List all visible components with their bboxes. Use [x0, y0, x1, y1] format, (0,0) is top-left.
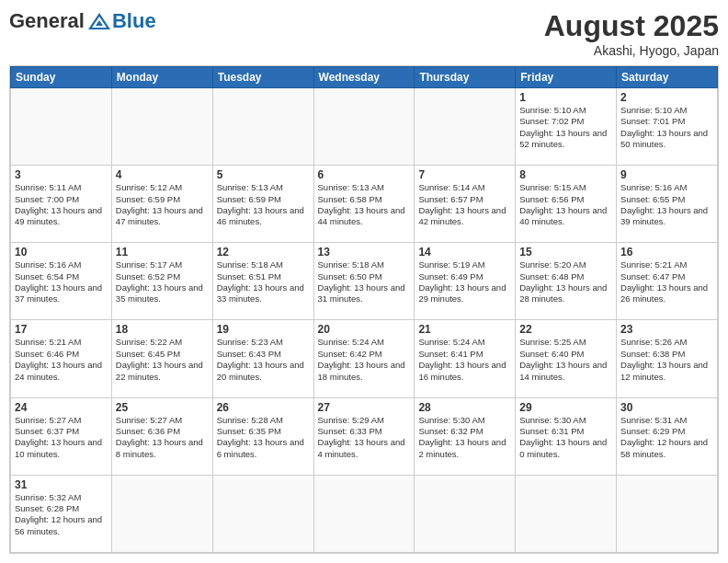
day-info: Sunrise: 5:26 AM Sunset: 6:38 PM Dayligh…: [620, 337, 713, 382]
day-number: 12: [217, 246, 310, 259]
logo-icon: [86, 11, 112, 31]
day-info: Sunrise: 5:13 AM Sunset: 6:58 PM Dayligh…: [318, 182, 411, 227]
day-number: 24: [15, 401, 108, 414]
calendar-cell: 17Sunrise: 5:21 AM Sunset: 6:46 PM Dayli…: [11, 320, 112, 397]
day-info: Sunrise: 5:29 AM Sunset: 6:33 PM Dayligh…: [318, 415, 411, 460]
calendar-cell: [11, 88, 112, 166]
calendar-cell: [415, 475, 516, 552]
day-number: 4: [116, 168, 209, 181]
calendar-cell: 29Sunrise: 5:30 AM Sunset: 6:31 PM Dayli…: [516, 397, 617, 475]
calendar-cell: 10Sunrise: 5:16 AM Sunset: 6:54 PM Dayli…: [11, 243, 112, 320]
day-info: Sunrise: 5:18 AM Sunset: 6:51 PM Dayligh…: [217, 259, 310, 304]
day-info: Sunrise: 5:18 AM Sunset: 6:50 PM Dayligh…: [318, 259, 411, 304]
title-block: August 2025 Akashi, Hyogo, Japan: [544, 9, 719, 58]
day-info: Sunrise: 5:21 AM Sunset: 6:47 PM Dayligh…: [620, 259, 713, 304]
calendar-cell: 20Sunrise: 5:24 AM Sunset: 6:42 PM Dayli…: [313, 320, 415, 397]
day-number: 17: [15, 323, 108, 336]
col-wednesday: Wednesday: [313, 67, 415, 88]
weekday-header-row: Sunday Monday Tuesday Wednesday Thursday…: [11, 67, 718, 88]
day-number: 19: [217, 323, 310, 336]
day-info: Sunrise: 5:10 AM Sunset: 7:02 PM Dayligh…: [519, 105, 612, 150]
day-info: Sunrise: 5:16 AM Sunset: 6:54 PM Dayligh…: [15, 259, 108, 304]
day-info: Sunrise: 5:11 AM Sunset: 7:00 PM Dayligh…: [15, 182, 108, 227]
day-info: Sunrise: 5:14 AM Sunset: 6:57 PM Dayligh…: [418, 182, 511, 227]
day-info: Sunrise: 5:20 AM Sunset: 6:48 PM Dayligh…: [519, 259, 612, 304]
day-number: 22: [519, 323, 612, 336]
calendar-cell: [415, 88, 516, 166]
calendar-cell: 21Sunrise: 5:24 AM Sunset: 6:41 PM Dayli…: [415, 320, 516, 397]
calendar-cell: 13Sunrise: 5:18 AM Sunset: 6:50 PM Dayli…: [313, 243, 415, 320]
logo: General Blue: [9, 9, 156, 33]
day-info: Sunrise: 5:21 AM Sunset: 6:46 PM Dayligh…: [15, 337, 108, 382]
logo-blue: Blue: [112, 9, 156, 33]
calendar-cell: 2Sunrise: 5:10 AM Sunset: 7:01 PM Daylig…: [617, 88, 718, 166]
day-info: Sunrise: 5:17 AM Sunset: 6:52 PM Dayligh…: [116, 259, 209, 304]
day-number: 20: [318, 323, 411, 336]
calendar-cell: [313, 88, 415, 166]
header: General Blue August 2025 Akashi, Hyogo, …: [9, 9, 719, 58]
day-info: Sunrise: 5:27 AM Sunset: 6:36 PM Dayligh…: [116, 415, 209, 460]
day-number: 9: [620, 168, 713, 181]
calendar-body: 1Sunrise: 5:10 AM Sunset: 7:02 PM Daylig…: [11, 88, 718, 553]
day-info: Sunrise: 5:22 AM Sunset: 6:45 PM Dayligh…: [116, 337, 209, 382]
calendar-cell: 8Sunrise: 5:15 AM Sunset: 6:56 PM Daylig…: [516, 166, 617, 243]
col-saturday: Saturday: [617, 67, 718, 88]
day-number: 3: [15, 168, 108, 181]
page: General Blue August 2025 Akashi, Hyogo, …: [0, 0, 728, 563]
calendar-cell: 28Sunrise: 5:30 AM Sunset: 6:32 PM Dayli…: [415, 397, 516, 475]
day-number: 25: [116, 401, 209, 414]
day-number: 26: [217, 401, 310, 414]
calendar-cell: 11Sunrise: 5:17 AM Sunset: 6:52 PM Dayli…: [111, 243, 212, 320]
day-info: Sunrise: 5:24 AM Sunset: 6:41 PM Dayligh…: [418, 337, 511, 382]
logo-general: General: [9, 9, 85, 33]
calendar-cell: 31Sunrise: 5:32 AM Sunset: 6:28 PM Dayli…: [11, 475, 112, 552]
calendar-cell: 4Sunrise: 5:12 AM Sunset: 6:59 PM Daylig…: [111, 166, 212, 243]
day-info: Sunrise: 5:16 AM Sunset: 6:55 PM Dayligh…: [620, 182, 713, 227]
day-info: Sunrise: 5:25 AM Sunset: 6:40 PM Dayligh…: [519, 337, 612, 382]
day-number: 29: [519, 401, 612, 414]
calendar-week-row: 3Sunrise: 5:11 AM Sunset: 7:00 PM Daylig…: [11, 166, 718, 243]
calendar: Sunday Monday Tuesday Wednesday Thursday…: [9, 65, 719, 554]
calendar-cell: 30Sunrise: 5:31 AM Sunset: 6:29 PM Dayli…: [617, 397, 718, 475]
day-number: 8: [519, 168, 612, 181]
day-info: Sunrise: 5:32 AM Sunset: 6:28 PM Dayligh…: [15, 492, 108, 537]
day-info: Sunrise: 5:27 AM Sunset: 6:37 PM Dayligh…: [15, 415, 108, 460]
day-number: 7: [418, 168, 511, 181]
calendar-cell: 7Sunrise: 5:14 AM Sunset: 6:57 PM Daylig…: [415, 166, 516, 243]
col-tuesday: Tuesday: [212, 67, 313, 88]
calendar-cell: 1Sunrise: 5:10 AM Sunset: 7:02 PM Daylig…: [516, 88, 617, 166]
day-number: 27: [318, 401, 411, 414]
calendar-cell: 16Sunrise: 5:21 AM Sunset: 6:47 PM Dayli…: [617, 243, 718, 320]
day-info: Sunrise: 5:13 AM Sunset: 6:59 PM Dayligh…: [217, 182, 310, 227]
calendar-cell: 26Sunrise: 5:28 AM Sunset: 6:35 PM Dayli…: [212, 397, 313, 475]
day-number: 21: [418, 323, 511, 336]
calendar-cell: 19Sunrise: 5:23 AM Sunset: 6:43 PM Dayli…: [212, 320, 313, 397]
day-info: Sunrise: 5:31 AM Sunset: 6:29 PM Dayligh…: [620, 415, 713, 460]
calendar-cell: [212, 475, 313, 552]
calendar-cell: [516, 475, 617, 552]
calendar-cell: [111, 88, 212, 166]
location: Akashi, Hyogo, Japan: [544, 43, 719, 58]
calendar-cell: 9Sunrise: 5:16 AM Sunset: 6:55 PM Daylig…: [617, 166, 718, 243]
col-thursday: Thursday: [415, 67, 516, 88]
day-info: Sunrise: 5:30 AM Sunset: 6:31 PM Dayligh…: [519, 415, 612, 460]
day-number: 15: [519, 246, 612, 259]
calendar-week-row: 24Sunrise: 5:27 AM Sunset: 6:37 PM Dayli…: [11, 397, 718, 475]
month-year: August 2025: [544, 9, 719, 43]
day-number: 6: [318, 168, 411, 181]
day-number: 31: [15, 478, 108, 491]
day-number: 14: [418, 246, 511, 259]
day-number: 1: [519, 91, 612, 104]
day-info: Sunrise: 5:30 AM Sunset: 6:32 PM Dayligh…: [418, 415, 511, 460]
calendar-week-row: 17Sunrise: 5:21 AM Sunset: 6:46 PM Dayli…: [11, 320, 718, 397]
calendar-cell: 5Sunrise: 5:13 AM Sunset: 6:59 PM Daylig…: [212, 166, 313, 243]
col-sunday: Sunday: [11, 67, 112, 88]
day-info: Sunrise: 5:28 AM Sunset: 6:35 PM Dayligh…: [217, 415, 310, 460]
calendar-cell: 25Sunrise: 5:27 AM Sunset: 6:36 PM Dayli…: [111, 397, 212, 475]
day-number: 16: [620, 246, 713, 259]
calendar-cell: 22Sunrise: 5:25 AM Sunset: 6:40 PM Dayli…: [516, 320, 617, 397]
day-number: 11: [116, 246, 209, 259]
day-number: 18: [116, 323, 209, 336]
day-number: 5: [217, 168, 310, 181]
calendar-cell: 24Sunrise: 5:27 AM Sunset: 6:37 PM Dayli…: [11, 397, 112, 475]
